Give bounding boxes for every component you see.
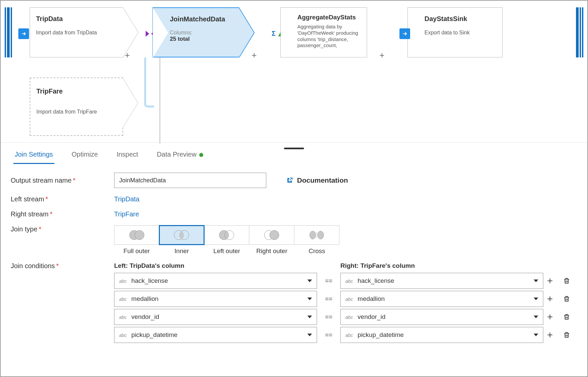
node-join[interactable]: JoinMatchedData Columns: 25 total: [153, 7, 239, 57]
cond-left-column-select[interactable]: abcmedallion: [114, 291, 317, 307]
delete-condition-button[interactable]: [560, 328, 573, 342]
sink-icon: [398, 27, 412, 41]
node-tripdata[interactable]: TripData Import data from TripData: [30, 7, 123, 57]
node-desc: Aggregating data by 'DayOfTheWeek' produ…: [297, 24, 361, 49]
app-frame: TripData Import data from TripData + Joi…: [0, 0, 588, 377]
svg-point-10: [270, 230, 279, 240]
left-stream-link[interactable]: TripData: [114, 195, 139, 203]
label-join-conditions: Join conditions*: [11, 262, 114, 270]
svg-point-2: [135, 230, 144, 240]
join-vertical-guide: [159, 57, 161, 144]
jointype-left-outer[interactable]: [204, 225, 249, 245]
add-condition-button[interactable]: [543, 292, 557, 306]
svg-point-7: [219, 230, 229, 240]
node-title: DayStatsSink: [424, 15, 496, 23]
node-sub1: Columns:: [170, 30, 233, 36]
node-sink[interactable]: DayStatsSink Export data to Sink: [407, 7, 503, 57]
jt-label-left: Left outer: [204, 245, 249, 255]
documentation-link[interactable]: Documentation: [286, 176, 348, 184]
label-right-stream: Right stream*: [11, 210, 114, 218]
node-desc: Import data from TripFare: [36, 109, 116, 115]
cond-right-column-select[interactable]: abcvendor_id: [340, 309, 543, 325]
node-desc: Import data from TripData: [36, 29, 117, 36]
node-title: TripFare: [36, 87, 116, 95]
cond-left-column-select[interactable]: abcvendor_id: [114, 309, 317, 325]
cond-left-header: Left: TripData's column: [114, 262, 317, 269]
node-title: TripData: [36, 15, 117, 23]
cond-right-column-select[interactable]: abcmedallion: [340, 291, 543, 307]
delete-condition-button[interactable]: [560, 292, 573, 306]
add-condition-button[interactable]: [543, 310, 557, 324]
right-stream-link[interactable]: TripFare: [114, 210, 139, 218]
cond-right-header: Right: TripFare's column: [340, 262, 543, 269]
cond-right-column-select[interactable]: abcpickup_datetime: [340, 327, 543, 343]
join-conditions-block: Left: TripData's column Right: TripFare'…: [114, 262, 577, 343]
cond-left-column-select[interactable]: abcpickup_datetime: [114, 327, 317, 343]
tab-inspect[interactable]: Inspect: [115, 146, 139, 164]
tab-join-settings[interactable]: Join Settings: [13, 146, 54, 164]
canvas-end-handle[interactable]: [576, 7, 583, 57]
status-dot-icon: [199, 153, 203, 157]
cond-operator: ==: [317, 295, 340, 303]
delete-condition-button[interactable]: [560, 310, 573, 324]
cond-operator: ==: [317, 277, 340, 285]
node-sub2: 25 total: [170, 36, 233, 42]
output-stream-input[interactable]: [114, 173, 266, 188]
node-tripfare[interactable]: TripFare Import data from TripFare: [30, 77, 123, 136]
label-join-type: Join type*: [11, 225, 114, 233]
cond-left-column-select[interactable]: abchack_license: [114, 273, 317, 289]
add-condition-button[interactable]: [543, 328, 557, 342]
node-aggregate[interactable]: AggregateDayStats Aggregating data by 'D…: [280, 7, 367, 57]
delete-condition-button[interactable]: [560, 274, 573, 288]
tab-data-preview[interactable]: Data Preview: [156, 146, 205, 164]
jt-label-right: Right outer: [249, 245, 294, 255]
label-output-stream: Output stream name*: [11, 177, 114, 184]
connector-tripfare-join: [144, 57, 154, 108]
add-after-join[interactable]: +: [252, 50, 257, 60]
add-after-aggregate[interactable]: +: [379, 50, 384, 60]
panel-drag-handle[interactable]: [284, 148, 304, 149]
jointype-inner[interactable]: [159, 225, 204, 245]
svg-point-11: [310, 231, 316, 239]
add-after-tripdata[interactable]: +: [125, 50, 130, 60]
tab-optimize[interactable]: Optimize: [70, 146, 99, 164]
jt-label-cross: Cross: [294, 245, 339, 255]
documentation-label: Documentation: [297, 176, 348, 184]
flow-canvas[interactable]: TripData Import data from TripData + Joi…: [1, 1, 587, 143]
svg-text:Σ: Σ: [272, 30, 276, 37]
node-title: JoinMatchedData: [170, 15, 233, 23]
tab-label: Data Preview: [157, 151, 197, 158]
cond-right-column-select[interactable]: abchack_license: [340, 273, 543, 289]
label-left-stream: Left stream*: [11, 195, 114, 203]
source-icon: [17, 27, 31, 41]
node-title: AggregateDayStats: [297, 14, 361, 21]
jointype-right-outer[interactable]: [249, 225, 294, 245]
jointype-full-outer[interactable]: [114, 225, 159, 245]
svg-point-12: [318, 231, 324, 239]
jt-label-inner: Inner: [159, 245, 204, 255]
jt-label-full: Full outer: [114, 245, 159, 255]
settings-panel: Join Settings Optimize Inspect Data Prev…: [1, 143, 587, 360]
cond-operator: ==: [317, 313, 340, 321]
join-type-group: Full outer Inner Left outer Right outer …: [114, 225, 339, 255]
cond-operator: ==: [317, 331, 340, 339]
add-condition-button[interactable]: [543, 274, 557, 288]
conditions-grid: abchack_license==abchack_licenseabcmedal…: [114, 273, 577, 343]
canvas-start-handle[interactable]: [5, 7, 12, 57]
jointype-cross[interactable]: [294, 225, 339, 245]
node-desc: Export data to Sink: [424, 29, 496, 36]
